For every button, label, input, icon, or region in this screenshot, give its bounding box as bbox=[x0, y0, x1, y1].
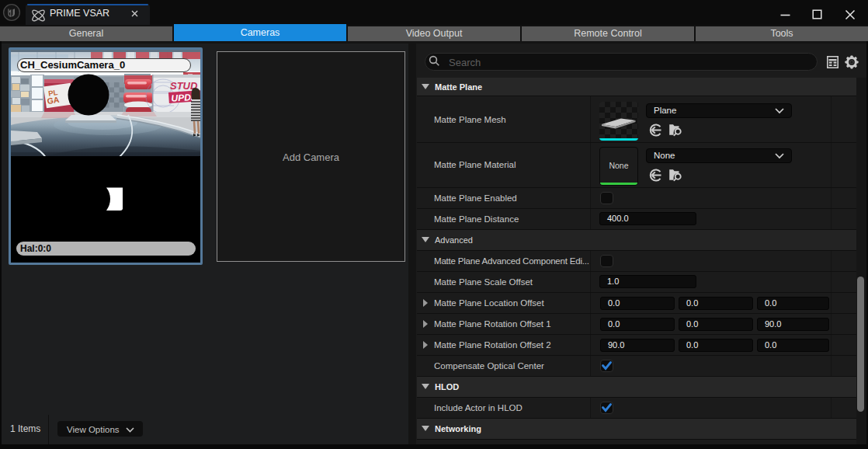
svg-text:GA: GA bbox=[47, 95, 61, 106]
